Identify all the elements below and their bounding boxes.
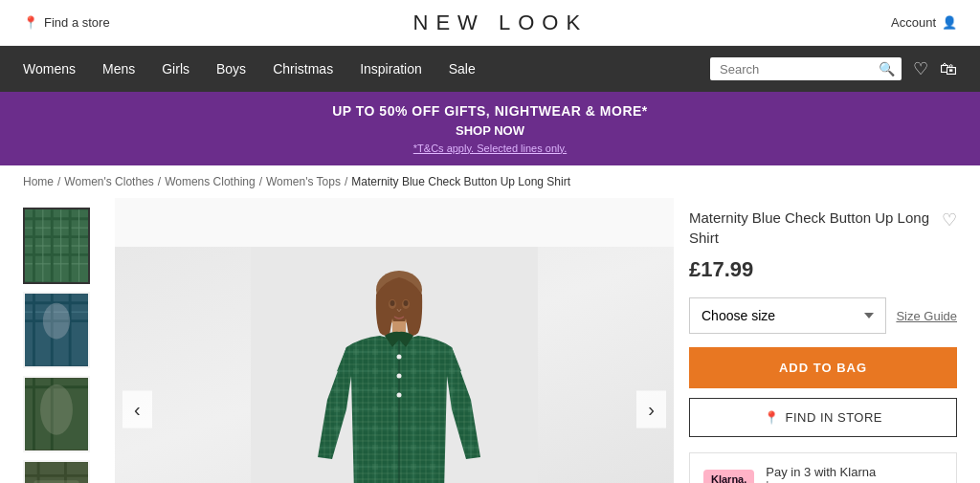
bag-nav-icon[interactable]: 🛍 <box>940 59 957 79</box>
main-content: ‹ <box>0 198 980 483</box>
promo-terms[interactable]: *T&Cs apply. Selected lines only. <box>10 141 970 157</box>
prev-image-button[interactable]: ‹ <box>122 391 152 428</box>
find-store-label: Find a store <box>44 15 110 30</box>
location-icon: 📍 <box>23 15 38 30</box>
thumbnail-list <box>23 198 100 483</box>
product-title-row: Maternity Blue Check Button Up Long Shir… <box>689 208 957 248</box>
nav-inspiration[interactable]: Inspiration <box>360 48 422 90</box>
breadcrumb-home[interactable]: Home <box>23 175 54 188</box>
nav-sale[interactable]: Sale <box>449 48 476 90</box>
product-price: £17.99 <box>689 257 957 282</box>
account-label: Account <box>891 15 936 30</box>
nav-girls[interactable]: Girls <box>162 48 189 90</box>
find-in-store-label: FIND IN STORE <box>785 410 882 425</box>
svg-point-59 <box>404 300 409 306</box>
klarna-box: Klarna. Pay in 3 with Klarna Learn more <box>689 452 957 483</box>
nav-christmas[interactable]: Christmas <box>273 48 333 90</box>
svg-point-54 <box>397 374 402 379</box>
nav-mens[interactable]: Mens <box>102 48 135 90</box>
breadcrumb: Home / Women's Clothes / Womens Clothing… <box>0 165 980 198</box>
add-to-bag-button[interactable]: ADD TO BAG <box>689 347 957 388</box>
top-bar: 📍 Find a store NEW LOOK Account 👤 <box>0 0 980 46</box>
svg-point-55 <box>397 393 402 398</box>
svg-point-53 <box>397 355 402 360</box>
nav-womens[interactable]: Womens <box>23 48 76 90</box>
find-in-store-button[interactable]: 📍 FIND IN STORE <box>689 398 957 437</box>
thumbnail-3[interactable] <box>23 376 90 452</box>
search-icon: 🔍 <box>879 61 895 77</box>
nav-links: Womens Mens Girls Boys Christmas Inspira… <box>23 48 476 90</box>
search-box[interactable]: 🔍 <box>710 57 902 80</box>
breadcrumb-womens-clothes[interactable]: Women's Clothes <box>64 175 153 188</box>
size-guide-link[interactable]: Size Guide <box>896 309 957 323</box>
nav-bar: Womens Mens Girls Boys Christmas Inspira… <box>0 46 980 92</box>
account-icon: 👤 <box>942 15 957 30</box>
search-input[interactable] <box>720 62 873 77</box>
svg-point-25 <box>40 384 73 435</box>
find-in-store-pin-icon: 📍 <box>764 410 780 425</box>
breadcrumb-womens-clothing[interactable]: Womens Clothing <box>165 175 256 188</box>
svg-point-58 <box>390 300 395 306</box>
promo-sub-text[interactable]: SHOP NOW <box>10 121 970 141</box>
promo-main-text: UP TO 50% OFF GIFTS, NIGHTWEAR & MORE* <box>10 101 970 121</box>
wishlist-icon[interactable]: ♡ <box>942 209 957 231</box>
size-select[interactable]: Choose size 6 8 10 12 14 16 18 <box>689 297 886 334</box>
site-logo[interactable]: NEW LOOK <box>413 11 589 35</box>
nav-right: 🔍 ♡ 🛍 <box>710 57 957 80</box>
main-product-image <box>115 247 674 483</box>
thumbnail-4[interactable] <box>23 460 90 483</box>
klarna-title: Pay in 3 with Klarna <box>766 465 876 479</box>
nav-boys[interactable]: Boys <box>216 48 246 90</box>
product-details: Maternity Blue Check Button Up Long Shir… <box>689 198 957 483</box>
breadcrumb-womens-tops[interactable]: Women's Tops <box>266 175 341 188</box>
klarna-learn-more[interactable]: Learn more <box>766 479 876 483</box>
svg-rect-26 <box>25 462 88 483</box>
next-image-button[interactable]: › <box>636 391 666 428</box>
svg-point-20 <box>43 303 70 340</box>
main-image-area: ‹ <box>115 198 674 483</box>
breadcrumb-current: Maternity Blue Check Button Up Long Shir… <box>351 175 570 188</box>
product-image-svg <box>251 247 538 483</box>
product-title: Maternity Blue Check Button Up Long Shir… <box>689 208 934 248</box>
klarna-logo: Klarna. <box>703 470 754 484</box>
promo-banner: UP TO 50% OFF GIFTS, NIGHTWEAR & MORE* S… <box>0 92 980 165</box>
find-store-link[interactable]: 📍 Find a store <box>23 15 110 30</box>
size-row: Choose size 6 8 10 12 14 16 18 Size Guid… <box>689 297 957 334</box>
thumbnail-2[interactable] <box>23 292 90 368</box>
account-link[interactable]: Account 👤 <box>891 15 957 30</box>
wishlist-nav-icon[interactable]: ♡ <box>913 58 928 79</box>
klarna-text: Pay in 3 with Klarna Learn more <box>766 465 876 483</box>
thumbnail-1[interactable] <box>23 208 90 284</box>
